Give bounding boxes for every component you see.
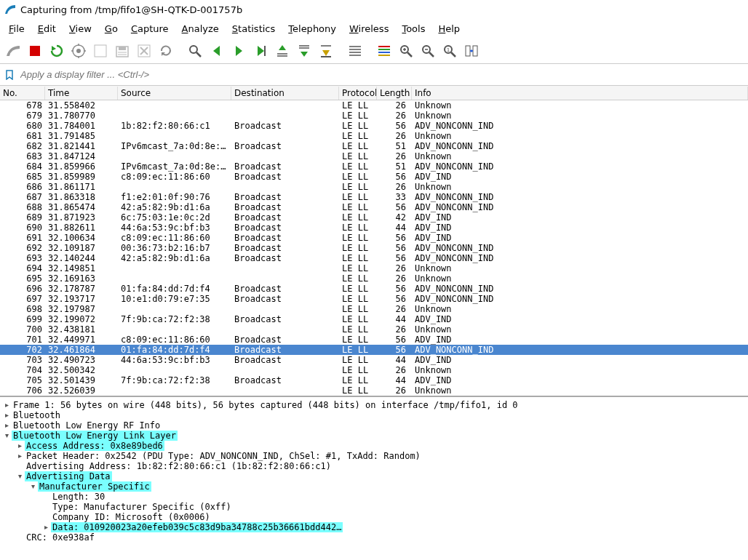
expand-arrow-icon[interactable]: ▾ — [15, 471, 25, 481]
table-row[interactable]: 69132.100634c8:09:ec:11:86:60BroadcastLE… — [0, 233, 748, 243]
table-row[interactable]: 69532.169163LE LL26Unknown — [0, 273, 748, 284]
table-row[interactable]: 69732.19371710:e1:d0:79:e7:35BroadcastLE… — [0, 294, 748, 304]
tree-row[interactable]: ▸Bluetooth Low Energy RF Info — [1, 420, 747, 431]
table-row[interactable]: 69031.88261144:6a:53:9c:bf:b3BroadcastLE… — [0, 223, 748, 233]
table-row[interactable]: 69332.14024442:a5:82:9b:d1:6aBroadcastLE… — [0, 253, 748, 263]
table-row[interactable]: 70132.449971c8:09:ec:11:86:60BroadcastLE… — [0, 335, 748, 345]
next-icon[interactable] — [228, 41, 249, 61]
table-row[interactable]: 69832.197987LE LL26Unknown — [0, 304, 748, 314]
expand-arrow-icon[interactable]: ▸ — [15, 451, 25, 461]
menu-go[interactable]: Go — [99, 22, 124, 36]
table-row[interactable]: 70432.500342LE LL26Unknown — [0, 365, 748, 375]
svg-line-37 — [429, 52, 434, 57]
table-row[interactable]: 70032.438181LE LL26Unknown — [0, 324, 748, 335]
shark-fin-icon[interactable] — [3, 41, 23, 61]
expand-arrow-icon[interactable]: ▸ — [1, 420, 12, 431]
table-row[interactable]: 70232.46186401:fa:84:dd:7d:f4BroadcastLE… — [0, 345, 748, 355]
table-row[interactable]: 67831.558402LE LL26Unknown — [0, 100, 748, 111]
menu-view[interactable]: View — [63, 22, 98, 36]
options-icon[interactable] — [68, 41, 89, 61]
tree-row[interactable]: ▾Bluetooth Low Energy Link Layer — [1, 431, 747, 441]
color-icon[interactable] — [374, 41, 394, 61]
menu-statistics[interactable]: Statistics — [226, 22, 281, 36]
menu-telephony[interactable]: Telephony — [282, 22, 342, 36]
blank-icon[interactable] — [90, 41, 111, 61]
table-row[interactable]: 68131.791485LE LL26Unknown — [0, 131, 748, 141]
menu-capture[interactable]: Capture — [125, 22, 175, 36]
tree-row[interactable]: ▸Frame 1: 56 bytes on wire (448 bits), 5… — [1, 400, 747, 410]
expand-arrow-icon[interactable]: ▾ — [28, 481, 38, 492]
auto-scroll-icon[interactable] — [345, 41, 365, 61]
table-row[interactable]: 67931.780770LE LL26Unknown — [0, 111, 748, 121]
table-row[interactable]: 69932.1990727f:9b:ca:72:f2:38BroadcastLE… — [0, 314, 748, 324]
table-row[interactable]: 68831.86547442:a5:82:9b:d1:6aBroadcastLE… — [0, 202, 748, 212]
tree-row[interactable]: CRC: 0xe938af — [1, 532, 747, 543]
svg-line-33 — [407, 52, 412, 57]
table-row[interactable]: 70332.49072344:6a:53:9c:bf:b3BroadcastLE… — [0, 355, 748, 365]
column-header-length[interactable]: Length — [377, 87, 412, 100]
table-row[interactable]: 69632.17878701:fa:84:dd:7d:f4BroadcastLE… — [0, 284, 748, 294]
tree-row[interactable]: ▾Advertising Data — [1, 471, 747, 481]
tree-row[interactable]: ▸Bluetooth — [1, 410, 747, 420]
expand-arrow-icon[interactable]: ▸ — [15, 441, 25, 451]
tree-row[interactable]: ▾Manufacturer Specific — [1, 481, 747, 492]
tree-row[interactable]: Type: Manufacturer Specific (0xff) — [1, 502, 747, 512]
column-header-protocol[interactable]: Protocol — [339, 87, 377, 100]
down-icon[interactable] — [294, 41, 314, 61]
column-header-source[interactable]: Source — [118, 87, 231, 100]
zoom-reset-icon[interactable]: 1 — [439, 41, 460, 61]
packet-list-header[interactable]: No. Time Source Destination Protocol Len… — [0, 86, 748, 100]
table-row[interactable]: 70532.5014397f:9b:ca:72:f2:38BroadcastLE… — [0, 375, 748, 385]
table-row[interactable]: 68331.847124LE LL26Unknown — [0, 151, 748, 161]
menu-wireless[interactable]: Wireless — [343, 22, 394, 36]
save-icon[interactable] — [112, 41, 132, 61]
table-row[interactable]: 69432.149851LE LL26Unknown — [0, 263, 748, 273]
table-row[interactable]: 69232.10918700:36:73:b2:16:b7BroadcastLE… — [0, 243, 748, 253]
close-icon[interactable] — [134, 41, 154, 61]
up-icon[interactable] — [272, 41, 293, 61]
table-row[interactable]: 68731.863318f1:e2:01:0f:90:76BroadcastLE… — [0, 192, 748, 202]
svg-text:1: 1 — [447, 47, 450, 53]
column-header-info[interactable]: Info — [412, 87, 748, 100]
resize-cols-icon[interactable] — [461, 41, 482, 61]
prev-icon[interactable] — [207, 41, 227, 61]
tree-row[interactable]: ▸Data: 010920023a20efeb039c5c83d9ba34788… — [1, 522, 747, 532]
table-row[interactable]: 68031.7840011b:82:f2:80:66:c1BroadcastLE… — [0, 121, 748, 131]
tree-row[interactable]: Advertising Address: 1b:82:f2:80:66:c1 (… — [1, 461, 747, 471]
table-row[interactable]: 70632.526039LE LL26Unknown — [0, 385, 748, 396]
tree-row[interactable]: Length: 30 — [1, 492, 747, 502]
tree-row[interactable]: ▸Packet Header: 0x2542 (PDU Type: ADV_NO… — [1, 451, 747, 461]
expand-arrow-icon[interactable]: ▾ — [1, 431, 12, 441]
table-row[interactable]: 68231.821441IPv6mcast_7a:0d:8e:…Broadcas… — [0, 141, 748, 151]
menu-edit[interactable]: Edit — [32, 22, 62, 36]
tree-row[interactable]: Company ID: Microsoft (0x0006) — [1, 512, 747, 522]
table-row[interactable]: 68531.859989c8:09:ec:11:86:60BroadcastLE… — [0, 172, 748, 182]
goto-icon[interactable] — [250, 41, 271, 61]
stop-icon[interactable] — [25, 41, 45, 61]
restart-icon[interactable] — [47, 41, 67, 61]
zoom-in-icon[interactable] — [396, 41, 416, 61]
display-filter-input[interactable] — [17, 68, 744, 81]
zoom-out-icon[interactable] — [418, 41, 438, 61]
table-row[interactable]: 68931.8719236c:75:03:1e:0c:2dBroadcastLE… — [0, 212, 748, 223]
find-icon[interactable] — [185, 41, 205, 61]
column-header-no[interactable]: No. — [0, 87, 45, 100]
menu-help[interactable]: Help — [432, 22, 466, 36]
packet-details-pane[interactable]: ▸Frame 1: 56 bytes on wire (448 bits), 5… — [0, 396, 748, 560]
expand-arrow-icon[interactable]: ▸ — [41, 522, 51, 532]
column-header-time[interactable]: Time — [45, 87, 118, 100]
menu-file[interactable]: File — [3, 22, 31, 36]
table-row[interactable]: 68431.859966IPv6mcast_7a:0d:8e:…Broadcas… — [0, 161, 748, 172]
expand-arrow-icon[interactable]: ▸ — [1, 410, 12, 420]
last-icon[interactable] — [316, 41, 336, 61]
packet-list-pane[interactable]: No. Time Source Destination Protocol Len… — [0, 86, 748, 396]
table-row[interactable]: 68631.861171LE LL26Unknown — [0, 182, 748, 192]
filter-bookmark-icon[interactable] — [4, 70, 15, 80]
menu-analyze[interactable]: Analyze — [176, 22, 225, 36]
menu-tools[interactable]: Tools — [396, 22, 431, 36]
reload-icon[interactable] — [156, 41, 176, 61]
column-header-destination[interactable]: Destination — [231, 87, 339, 100]
titlebar: Capturing from /tmp/fifo1@SH-QTK-D-00175… — [0, 0, 748, 19]
tree-row[interactable]: ▸Access Address: 0x8e89bed6 — [1, 441, 747, 451]
expand-arrow-icon[interactable]: ▸ — [1, 400, 12, 410]
